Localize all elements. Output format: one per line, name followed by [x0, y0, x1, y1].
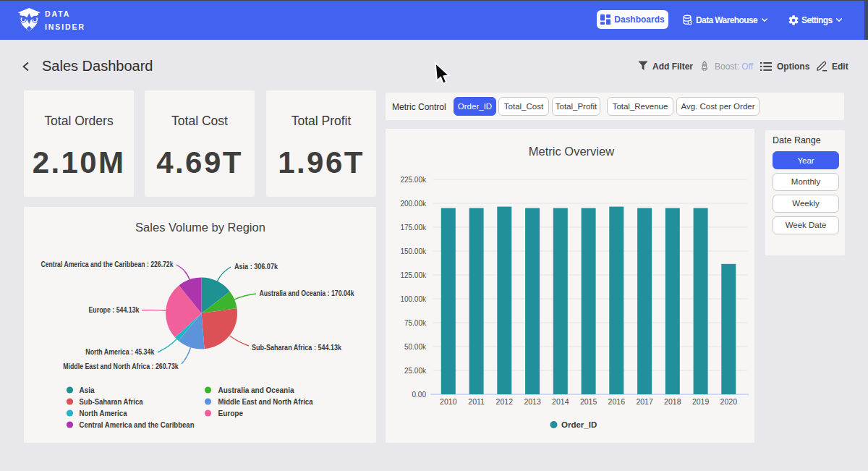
svg-text:150.00k: 150.00k	[400, 247, 427, 255]
svg-text:Middle East and North Africa: Middle East and North Africa	[218, 398, 313, 406]
svg-text:Middle East and North Africa :: Middle East and North Africa : 260.73k	[63, 362, 179, 370]
svg-text:125.00k: 125.00k	[400, 271, 427, 279]
svg-text:25.00k: 25.00k	[404, 367, 427, 375]
svg-text:Australia and Oceania : 170.04: Australia and Oceania : 170.04k	[260, 289, 355, 297]
svg-text:2010: 2010	[440, 397, 457, 406]
svg-text:Europe : 544.13k: Europe : 544.13k	[89, 305, 140, 314]
svg-text:North America: North America	[80, 410, 127, 417]
svg-text:North America : 45.34k: North America : 45.34k	[85, 347, 155, 356]
svg-text:2011: 2011	[468, 397, 485, 406]
svg-text:2017: 2017	[636, 397, 653, 406]
svg-text:2012: 2012	[496, 397, 514, 406]
svg-text:2014: 2014	[552, 397, 569, 406]
svg-text:100.00k: 100.00k	[400, 295, 427, 303]
svg-text:Central America and the Caribb: Central America and the Caribbean	[80, 421, 195, 429]
svg-text:Australia and Oceania: Australia and Oceania	[218, 386, 294, 394]
svg-text:0.00: 0.00	[412, 391, 427, 399]
svg-text:200.00k: 200.00k	[400, 200, 427, 208]
svg-text:2013: 2013	[524, 397, 541, 406]
svg-text:Sub-Saharan Africa: Sub-Saharan Africa	[80, 398, 143, 406]
svg-text:225.00k: 225.00k	[400, 176, 427, 184]
svg-text:50.00k: 50.00k	[404, 343, 427, 351]
svg-text:Order_ID: Order_ID	[561, 420, 597, 429]
svg-text:2020: 2020	[720, 397, 738, 406]
svg-text:Asia : 306.07k: Asia : 306.07k	[234, 262, 278, 271]
svg-text:2018: 2018	[664, 397, 681, 406]
svg-text:2016: 2016	[608, 397, 626, 406]
svg-text:Sub-Saharan Africa : 544.13k: Sub-Saharan Africa : 544.13k	[252, 343, 342, 352]
svg-text:2015: 2015	[580, 397, 597, 406]
svg-text:2019: 2019	[692, 397, 710, 406]
svg-text:Asia: Asia	[80, 386, 95, 394]
svg-text:175.00k: 175.00k	[400, 224, 427, 232]
svg-text:75.00k: 75.00k	[404, 319, 427, 327]
svg-text:Central America and the Caribb: Central America and the Caribbean : 226.…	[41, 260, 174, 268]
svg-text:Europe: Europe	[218, 410, 244, 417]
